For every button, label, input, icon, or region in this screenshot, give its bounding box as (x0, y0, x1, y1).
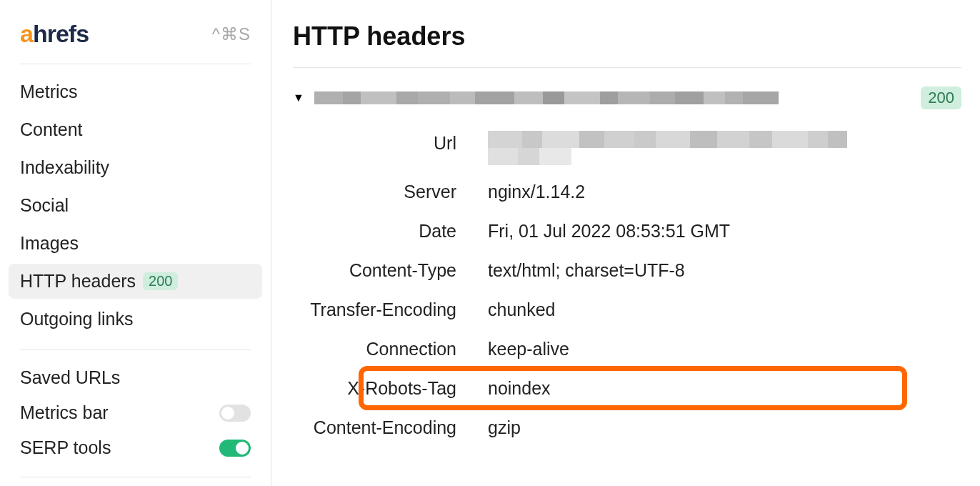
header-row-server: Server nginx/1.14.2 (299, 179, 961, 204)
keyboard-shortcut: ^⌘S (212, 24, 251, 44)
header-key: Server (299, 179, 488, 204)
header-key: Url (299, 131, 488, 156)
redacted-url-bar (314, 91, 779, 104)
status-badge: 200 (921, 86, 961, 109)
sidebar-item-outgoing-links[interactable]: Outgoing links (9, 302, 262, 337)
header-value: nginx/1.14.2 (488, 179, 961, 204)
toggle-serp-tools[interactable] (219, 440, 251, 457)
header-value: noindex (488, 376, 961, 401)
toggle-metrics-bar[interactable] (219, 405, 251, 422)
sidebar-item-content[interactable]: Content (9, 112, 262, 147)
divider (20, 477, 251, 477)
header-value: keep-alive (488, 337, 961, 362)
sidebar-item-http-headers[interactable]: HTTP headers 200 (9, 264, 262, 299)
divider (20, 349, 251, 350)
sidebar: ahrefs ^⌘S Metrics Content Indexability … (0, 0, 271, 486)
header-value: chunked (488, 297, 961, 322)
header-key: Transfer-Encoding (299, 297, 488, 322)
saved-urls-label: Saved URLs (20, 367, 120, 388)
header-row-connection: Connection keep-alive (299, 337, 961, 362)
toggle-knob (236, 442, 249, 455)
toggle-label: SERP tools (20, 437, 111, 458)
sidebar-item-metrics[interactable]: Metrics (9, 74, 262, 109)
sidebar-item-label: Metrics (20, 81, 78, 102)
toggle-row-serp-tools: SERP tools (20, 430, 251, 465)
sidebar-item-social[interactable]: Social (9, 188, 262, 223)
toggle-label: Metrics bar (20, 402, 109, 423)
headers-table: Url (299, 131, 961, 440)
sidebar-header: ahrefs ^⌘S (0, 20, 271, 64)
page-title: HTTP headers (293, 21, 961, 51)
sidebar-item-label: Outgoing links (20, 309, 133, 329)
toggle-knob (221, 407, 234, 420)
sidebar-item-label: Content (20, 119, 83, 140)
header-row-content-type: Content-Type text/html; charset=UTF-8 (299, 258, 961, 283)
sidebar-item-label: HTTP headers (20, 271, 136, 292)
header-row-x-robots-tag: X-Robots-Tag noindex (299, 376, 961, 401)
main-content: HTTP headers ▼ 200 Url (271, 0, 980, 486)
header-value: text/html; charset=UTF-8 (488, 258, 961, 283)
sidebar-item-label: Indexability (20, 157, 109, 178)
header-key: Content-Encoding (299, 415, 488, 440)
divider (293, 67, 961, 68)
header-key: Date (299, 219, 488, 244)
header-value: Fri, 01 Jul 2022 08:53:51 GMT (488, 219, 961, 244)
header-value-redacted (488, 131, 961, 165)
status-badge: 200 (143, 272, 178, 290)
sidebar-nav: Metrics Content Indexability Social Imag… (0, 64, 271, 339)
logo: ahrefs (20, 20, 89, 48)
sidebar-item-label: Social (20, 195, 69, 216)
sidebar-item-images[interactable]: Images (9, 226, 262, 261)
header-row-date: Date Fri, 01 Jul 2022 08:53:51 GMT (299, 219, 961, 244)
logo-a: a (20, 20, 33, 47)
summary-row[interactable]: ▼ 200 (293, 86, 961, 109)
header-key: Content-Type (299, 258, 488, 283)
sidebar-item-label: Images (20, 233, 79, 254)
sidebar-item-indexability[interactable]: Indexability (9, 150, 262, 185)
header-row-content-encoding: Content-Encoding gzip (299, 415, 961, 440)
header-row-url: Url (299, 131, 961, 165)
header-row-transfer-encoding: Transfer-Encoding chunked (299, 297, 961, 322)
logo-rest: hrefs (33, 20, 89, 47)
header-key: X-Robots-Tag (299, 376, 488, 401)
saved-urls-row[interactable]: Saved URLs (20, 360, 251, 395)
header-value: gzip (488, 415, 961, 440)
chevron-down-icon: ▼ (293, 91, 304, 104)
sidebar-bottom: Saved URLs Metrics bar SERP tools (0, 360, 271, 465)
toggle-row-metrics-bar: Metrics bar (20, 395, 251, 430)
header-key: Connection (299, 337, 488, 362)
